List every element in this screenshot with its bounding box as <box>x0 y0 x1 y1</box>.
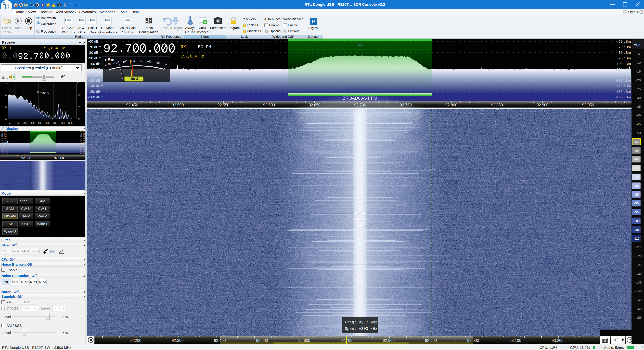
svg-text:92.400: 92.400 <box>214 338 226 343</box>
svg-text:-140 dBm: -140 dBm <box>88 84 103 88</box>
svg-text:0: 0 <box>6 82 7 84</box>
svg-text:-60: -60 <box>77 117 80 120</box>
svg-text:92.950: 92.950 <box>582 103 594 107</box>
svg-text:-10: -10 <box>636 61 640 64</box>
svg-text:x2: x2 <box>614 338 618 342</box>
svg-text:92.800: 92.800 <box>446 103 457 107</box>
svg-text:-110 dBm: -110 dBm <box>616 67 631 71</box>
svg-text:-80 dBm: -80 dBm <box>618 51 631 54</box>
svg-text:-70: -70 <box>634 166 638 170</box>
svg-text:92.900: 92.900 <box>425 338 437 343</box>
svg-text:-30: -30 <box>636 96 640 100</box>
svg-text:RX 1: RX 1 <box>181 45 191 50</box>
svg-text:200: 200 <box>23 122 27 124</box>
svg-text:92.900: 92.900 <box>536 103 548 107</box>
svg-text:50: 50 <box>8 122 11 124</box>
svg-text:-20: -20 <box>4 93 7 96</box>
svg-text:-120 dBm: -120 dBm <box>1 144 8 146</box>
svg-text:-110 dBm: -110 dBm <box>88 67 103 71</box>
svg-text:-110 dBm: -110 dBm <box>79 142 86 144</box>
svg-text:-60: -60 <box>139 59 143 63</box>
svg-text:92.550: 92.550 <box>218 103 229 107</box>
svg-text:-90: -90 <box>634 202 638 205</box>
svg-text:-145: -145 <box>635 298 642 302</box>
svg-text:Freq: 92.7 MHz: Freq: 92.7 MHz <box>345 320 378 325</box>
svg-text:-40: -40 <box>4 105 7 108</box>
svg-text:1: 1 <box>359 43 361 47</box>
svg-text:-40: -40 <box>636 114 640 117</box>
svg-text:-120 dBm: -120 dBm <box>88 73 103 77</box>
svg-text:-65: -65 <box>634 157 638 161</box>
svg-text:BC-FM: BC-FM <box>198 45 211 50</box>
svg-text:-90 dBm: -90 dBm <box>618 56 631 60</box>
svg-text:92.500: 92.500 <box>172 103 184 107</box>
svg-text:-75: -75 <box>634 175 638 179</box>
svg-text:-80: -80 <box>131 59 135 63</box>
svg-text:-20: -20 <box>77 93 80 96</box>
svg-text:6k4: 6k4 <box>61 122 65 124</box>
svg-text:3k2: 3k2 <box>53 122 57 124</box>
svg-text:-150: -150 <box>635 307 642 311</box>
svg-text:-135: -135 <box>635 281 642 284</box>
svg-text:-60 dBm: -60 dBm <box>1 131 7 133</box>
svg-text:1k6: 1k6 <box>46 122 50 124</box>
svg-text:92.800: 92.800 <box>54 156 64 160</box>
svg-text:-5: -5 <box>637 52 640 56</box>
svg-text:-35: -35 <box>636 105 640 108</box>
svg-text:-70 dBm: -70 dBm <box>1 133 7 135</box>
svg-text:-90 dBm: -90 dBm <box>1 137 7 139</box>
svg-text:-140 dBm: -140 dBm <box>616 84 631 88</box>
svg-text:-125: -125 <box>635 263 642 267</box>
svg-text:-100 dBm: -100 dBm <box>1 140 8 141</box>
svg-text:92.300: 92.300 <box>172 338 184 343</box>
svg-text:93.200: 93.200 <box>552 338 564 343</box>
svg-text:-90 dBm: -90 dBm <box>88 56 101 60</box>
svg-text:-120 dBm: -120 dBm <box>79 144 86 146</box>
svg-text:-110 dBm: -110 dBm <box>1 142 8 144</box>
svg-text:-20: -20 <box>636 78 640 82</box>
svg-text:-55: -55 <box>634 140 638 143</box>
svg-text:93.100: 93.100 <box>510 338 521 343</box>
svg-text:-80 dBm: -80 dBm <box>88 51 101 54</box>
svg-text:-115: -115 <box>636 246 642 249</box>
svg-text:-160 dBm: -160 dBm <box>88 95 103 99</box>
svg-text:-150 dBm: -150 dBm <box>88 90 103 93</box>
svg-text:0: 0 <box>77 82 78 84</box>
svg-text:-140 dBm: -140 dBm <box>1 148 8 150</box>
svg-text:-50: -50 <box>636 131 640 135</box>
svg-text:Stereo: Stereo <box>37 91 49 95</box>
svg-text:-130 dBm: -130 dBm <box>616 78 631 82</box>
svg-text:92.600: 92.600 <box>21 156 31 160</box>
svg-text:-60 dBm: -60 dBm <box>618 39 631 43</box>
svg-text:-150 dBm: -150 dBm <box>79 151 86 152</box>
svg-text:Auto: Auto <box>634 43 641 47</box>
svg-text:-150 dBm: -150 dBm <box>1 151 8 152</box>
svg-text:-85: -85 <box>634 193 638 196</box>
svg-text:-70 dBm: -70 dBm <box>88 45 101 49</box>
svg-text:92.600: 92.600 <box>263 103 275 107</box>
svg-text:-155: -155 <box>635 316 642 319</box>
svg-text:-40: -40 <box>77 105 80 108</box>
svg-text:92.500: 92.500 <box>256 338 268 343</box>
svg-text:-160 dBm: -160 dBm <box>79 153 86 155</box>
svg-text:-45: -45 <box>636 122 640 126</box>
svg-text:-80: -80 <box>634 184 638 188</box>
svg-text:-130: -130 <box>635 272 642 275</box>
svg-text:-120 dBm: -120 dBm <box>616 73 631 77</box>
svg-text:-25: -25 <box>636 87 640 91</box>
svg-text:-100 dBm: -100 dBm <box>88 62 103 66</box>
svg-text:-100 dBm: -100 dBm <box>79 140 86 141</box>
svg-text:-140: -140 <box>635 289 642 293</box>
svg-text:-150 dBm: -150 dBm <box>616 90 631 93</box>
svg-text:-130 dBm: -130 dBm <box>88 78 103 82</box>
svg-text:12k8: 12k8 <box>68 122 73 124</box>
svg-text:92.600: 92.600 <box>298 338 310 343</box>
svg-text:-95: -95 <box>634 210 638 214</box>
svg-text:100: 100 <box>15 122 20 124</box>
svg-text:-140 dBm: -140 dBm <box>79 148 86 150</box>
svg-text:-15: -15 <box>636 70 640 73</box>
svg-text:92.200: 92.200 <box>130 338 141 343</box>
svg-text:dBm: dBm <box>105 57 114 62</box>
svg-text:-80 dBm: -80 dBm <box>1 135 7 137</box>
svg-text:-60 dBm: -60 dBm <box>88 39 101 43</box>
